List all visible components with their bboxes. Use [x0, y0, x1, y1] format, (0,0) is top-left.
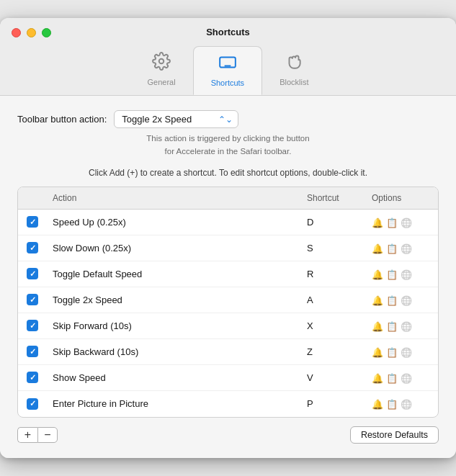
checkbox-cell-5 [18, 346, 47, 357]
tab-general[interactable]: General [130, 46, 193, 95]
bell-icon-0[interactable] [372, 216, 383, 228]
action-cell-3: Toggle 2x Speed [47, 295, 301, 305]
checkbox-cell-4 [18, 320, 47, 331]
action-cell-2: Toggle Default Speed [47, 269, 301, 279]
doc-icon-0[interactable] [386, 216, 398, 228]
globe-icon-7[interactable] [401, 398, 412, 410]
checkbox-cell-7 [18, 398, 47, 410]
action-cell-0: Speed Up (0.25x) [47, 217, 301, 228]
table-row[interactable]: Toggle 2x Speed A [18, 287, 438, 313]
shortcut-cell-7: P [301, 398, 366, 409]
tab-shortcuts[interactable]: Shortcuts [193, 46, 262, 95]
bell-icon-1[interactable] [372, 242, 383, 254]
shortcut-cell-2: R [301, 269, 366, 279]
bell-icon-4[interactable] [372, 320, 383, 332]
options-cell-6 [366, 372, 438, 384]
row-checkbox-6[interactable] [27, 372, 38, 383]
toolbar-select-wrapper: Toggle 2x Speed Speed Up (0.25x) Slow Do… [114, 110, 238, 128]
table-row[interactable]: Skip Backward (10s) Z [18, 339, 438, 365]
options-cell-1 [366, 242, 438, 254]
row-checkbox-2[interactable] [27, 268, 38, 279]
shortcut-cell-5: Z [301, 346, 366, 357]
remove-button[interactable]: − [37, 427, 58, 443]
row-checkbox-3[interactable] [27, 294, 38, 305]
action-cell-4: Skip Forward (10s) [47, 320, 301, 331]
shortcut-cell-0: D [301, 217, 366, 228]
shortcut-cell-1: S [301, 243, 366, 253]
tab-blocklist[interactable]: Blocklist [262, 46, 326, 95]
shortcut-cell-4: X [301, 320, 366, 331]
options-cell-0 [366, 216, 438, 228]
doc-icon-4[interactable] [386, 320, 398, 332]
svg-point-0 [159, 59, 164, 64]
action-cell-6: Show Speed [47, 372, 301, 383]
globe-icon-0[interactable] [401, 216, 412, 228]
bell-icon-2[interactable] [372, 268, 383, 280]
table-row[interactable]: Enter Picture in Picture P [18, 391, 438, 417]
doc-icon-5[interactable] [386, 346, 398, 358]
col-checkbox [18, 192, 47, 205]
col-action: Action [47, 192, 301, 205]
bell-icon-5[interactable] [372, 346, 383, 358]
table-row[interactable]: Slow Down (0.25x) S [18, 235, 438, 261]
col-options: Options [366, 192, 438, 205]
table-row[interactable]: Show Speed V [18, 365, 438, 391]
shortcut-cell-3: A [301, 295, 366, 305]
options-cell-3 [366, 294, 438, 306]
options-cell-5 [366, 346, 438, 358]
doc-icon-6[interactable] [386, 372, 398, 384]
table-header: Action Shortcut Options [18, 187, 438, 210]
checkbox-cell-1 [18, 242, 47, 253]
action-cell-7: Enter Picture in Picture [47, 398, 301, 409]
titlebar: Shortcuts General [0, 18, 456, 96]
table-row[interactable]: Speed Up (0.25x) D [18, 210, 438, 235]
tab-bar: General Shortcuts Blockl [130, 46, 326, 95]
main-content: Toolbar button action: Toggle 2x Speed S… [0, 96, 456, 458]
action-cell-1: Slow Down (0.25x) [47, 243, 301, 253]
checkbox-cell-6 [18, 372, 47, 383]
options-cell-2 [366, 268, 438, 280]
instructions: Click Add (+) to create a shortcut. To e… [17, 168, 439, 178]
row-checkbox-1[interactable] [27, 242, 38, 253]
close-button[interactable] [12, 28, 21, 37]
tab-blocklist-label: Blocklist [280, 78, 308, 86]
globe-icon-4[interactable] [401, 320, 412, 332]
footer-buttons: + − [17, 427, 58, 443]
row-checkbox-0[interactable] [27, 216, 38, 228]
bell-icon-6[interactable] [372, 372, 383, 384]
bell-icon-7[interactable] [372, 398, 383, 410]
table-body: Speed Up (0.25x) D Slow Down (0.25x) S [18, 210, 438, 417]
action-description: This action is triggered by clicking the… [17, 133, 439, 158]
globe-icon-5[interactable] [401, 346, 412, 358]
table-row[interactable]: Skip Forward (10s) X [18, 313, 438, 339]
row-checkbox-5[interactable] [27, 346, 38, 357]
toolbar-row: Toolbar button action: Toggle 2x Speed S… [17, 110, 439, 128]
window-title: Shortcuts [206, 27, 250, 37]
restore-defaults-button[interactable]: Restore Defaults [350, 426, 439, 444]
table-row[interactable]: Toggle Default Speed R [18, 261, 438, 287]
row-checkbox-7[interactable] [27, 398, 38, 410]
checkbox-cell-3 [18, 294, 47, 305]
shortcut-cell-6: V [301, 372, 366, 383]
bell-icon-3[interactable] [372, 294, 383, 306]
globe-icon-2[interactable] [401, 268, 412, 280]
doc-icon-2[interactable] [386, 268, 398, 280]
globe-icon-3[interactable] [401, 294, 412, 306]
globe-icon-6[interactable] [401, 372, 412, 384]
checkbox-cell-0 [18, 216, 47, 228]
doc-icon-3[interactable] [386, 294, 398, 306]
action-cell-5: Skip Backward (10s) [47, 346, 301, 357]
add-button[interactable]: + [17, 427, 37, 443]
globe-icon-1[interactable] [401, 242, 412, 254]
toolbar-action-select[interactable]: Toggle 2x Speed Speed Up (0.25x) Slow Do… [114, 110, 238, 128]
maximize-button[interactable] [42, 28, 51, 37]
tab-shortcuts-label: Shortcuts [211, 78, 244, 87]
doc-icon-1[interactable] [386, 242, 398, 254]
app-window: Shortcuts General [0, 18, 456, 458]
row-checkbox-4[interactable] [27, 320, 38, 331]
hand-icon [285, 52, 303, 75]
tab-general-label: General [148, 78, 176, 86]
traffic-lights [12, 28, 51, 37]
doc-icon-7[interactable] [386, 398, 398, 410]
minimize-button[interactable] [27, 28, 36, 37]
